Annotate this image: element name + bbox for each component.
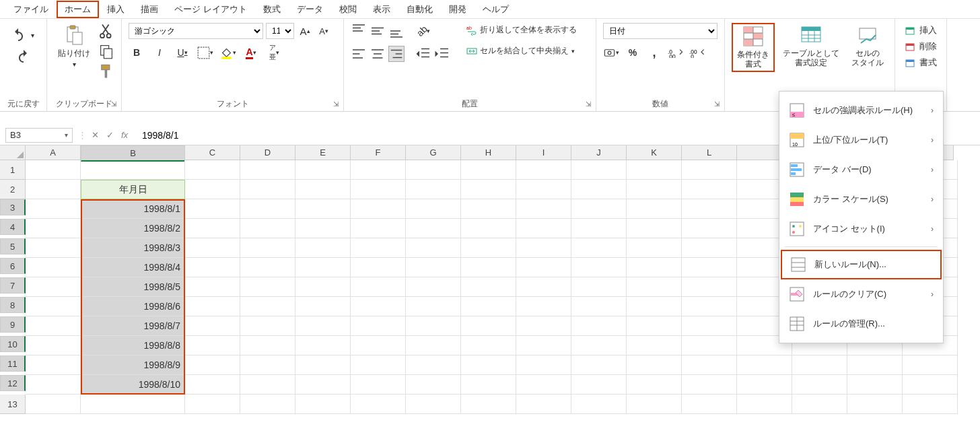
cell[interactable] — [682, 199, 737, 219]
cell[interactable] — [240, 395, 295, 414]
align-bottom-button[interactable] — [388, 23, 405, 39]
cell[interactable] — [571, 199, 627, 219]
cell[interactable] — [406, 238, 461, 258]
row-header[interactable]: 2 — [0, 180, 26, 199]
undo-dropdown[interactable]: ▾ — [29, 27, 37, 43]
cell[interactable] — [627, 316, 682, 336]
cell[interactable] — [627, 336, 682, 355]
cell[interactable] — [516, 336, 571, 355]
cell[interactable] — [461, 238, 516, 258]
cell[interactable] — [516, 160, 571, 180]
paste-button[interactable]: 貼り付け ▾ — [54, 23, 94, 69]
cell[interactable] — [240, 355, 295, 375]
row-header[interactable]: 7 — [0, 277, 26, 294]
cell[interactable] — [295, 199, 351, 219]
row-header[interactable]: 10 — [0, 336, 26, 352]
cell[interactable] — [295, 375, 351, 395]
cell[interactable] — [682, 355, 737, 375]
cell[interactable] — [240, 336, 295, 355]
cell[interactable] — [461, 297, 516, 316]
cell[interactable] — [240, 277, 295, 297]
cell[interactable] — [682, 316, 737, 336]
cell[interactable] — [571, 336, 627, 355]
cell[interactable] — [847, 395, 903, 414]
indent-increase-button[interactable] — [434, 46, 450, 62]
cell[interactable] — [516, 199, 571, 219]
cell[interactable] — [295, 395, 351, 414]
cell[interactable] — [26, 277, 81, 297]
format-cells-button[interactable]: 書式 — [902, 55, 940, 70]
menu-help[interactable]: ヘルプ — [475, 1, 517, 18]
menu-file[interactable]: ファイル — [5, 1, 57, 18]
cell[interactable] — [26, 355, 81, 375]
cell[interactable] — [461, 258, 516, 277]
percent-button[interactable]: % — [625, 44, 641, 61]
cell[interactable] — [240, 316, 295, 336]
font-color-button[interactable]: A ▾ — [243, 44, 259, 61]
cell[interactable] — [240, 238, 295, 258]
increase-decimal-button[interactable]: .0.00 — [668, 44, 684, 61]
fx-button[interactable]: fx — [118, 130, 131, 140]
cell[interactable] — [240, 297, 295, 316]
cell[interactable] — [406, 258, 461, 277]
cell[interactable] — [406, 395, 461, 414]
row-header[interactable]: 6 — [0, 258, 26, 274]
cell[interactable] — [516, 355, 571, 375]
cell[interactable] — [351, 297, 406, 316]
formatpainter-button[interactable] — [98, 63, 114, 79]
number-dialog-launcher[interactable]: ⇲ — [712, 99, 722, 108]
cell[interactable] — [627, 297, 682, 316]
cell[interactable] — [240, 219, 295, 238]
dd-color-scales[interactable]: カラー スケール(S) › — [779, 184, 943, 214]
cell[interactable] — [351, 219, 406, 238]
cell[interactable] — [26, 375, 81, 395]
cell[interactable] — [185, 238, 240, 258]
cell[interactable] — [627, 180, 682, 199]
cell[interactable] — [406, 160, 461, 180]
cell[interactable] — [461, 180, 516, 199]
col-header-h[interactable]: H — [461, 145, 516, 160]
select-all-corner[interactable] — [0, 145, 26, 160]
cell[interactable]: 1998/8/1 — [81, 199, 185, 219]
cell[interactable] — [240, 180, 295, 199]
cell[interactable] — [847, 355, 903, 375]
cell[interactable] — [406, 219, 461, 238]
cell[interactable] — [571, 355, 627, 375]
dd-manage-rules[interactable]: ルールの管理(R)... — [779, 309, 943, 339]
wrap-text-button[interactable]: ab 折り返して全体を表示する — [462, 23, 581, 37]
cell[interactable] — [571, 238, 627, 258]
cell[interactable] — [240, 375, 295, 395]
copy-button[interactable] — [98, 43, 114, 59]
cell[interactable] — [351, 238, 406, 258]
cell[interactable] — [516, 297, 571, 316]
cell[interactable] — [792, 395, 847, 414]
cell[interactable] — [571, 316, 627, 336]
row-header[interactable]: 5 — [0, 238, 26, 254]
menu-view[interactable]: 表示 — [365, 1, 398, 18]
cell[interactable] — [792, 355, 847, 375]
cell[interactable] — [295, 297, 351, 316]
cell[interactable] — [26, 297, 81, 316]
cell[interactable] — [903, 375, 958, 395]
cell[interactable] — [627, 258, 682, 277]
cell[interactable] — [571, 160, 627, 180]
cell[interactable] — [185, 316, 240, 336]
cell[interactable] — [737, 395, 792, 414]
insert-cells-button[interactable]: 挿入 — [902, 23, 940, 38]
cell[interactable] — [351, 160, 406, 180]
cell[interactable] — [682, 297, 737, 316]
font-name-select[interactable]: 游ゴシック — [129, 23, 263, 39]
cell[interactable] — [516, 316, 571, 336]
cell[interactable] — [26, 238, 81, 258]
cell[interactable] — [461, 160, 516, 180]
row-header[interactable]: 12 — [0, 375, 26, 391]
cell[interactable] — [351, 395, 406, 414]
cell[interactable] — [737, 355, 792, 375]
cell[interactable] — [461, 277, 516, 297]
row-header[interactable]: 13 — [0, 395, 26, 414]
col-header-c[interactable]: C — [185, 145, 240, 160]
align-right-button[interactable] — [388, 46, 405, 62]
col-header-j[interactable]: J — [571, 145, 627, 160]
cell[interactable] — [461, 316, 516, 336]
menu-insert[interactable]: 挿入 — [99, 1, 133, 18]
